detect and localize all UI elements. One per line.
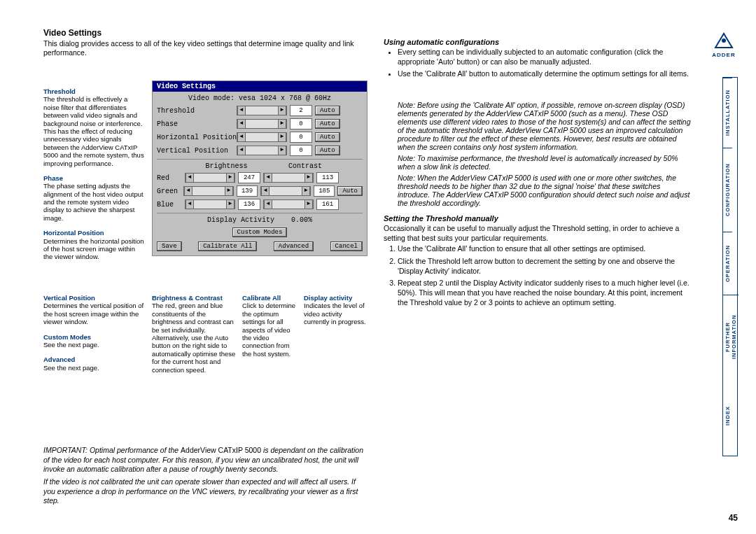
note-text: Note: To maximise performance, the thres… xyxy=(398,154,692,171)
slider[interactable]: ◄► xyxy=(237,146,287,155)
cancel-button[interactable]: Cancel xyxy=(330,241,363,251)
bullet-item: Use the 'Calibrate All' button to automa… xyxy=(398,69,692,98)
arrow-right-icon[interactable]: ► xyxy=(302,187,310,195)
arrow-right-icon[interactable]: ► xyxy=(226,174,234,182)
display-activity-label: Display Activity xyxy=(207,216,274,224)
definition-block: PhaseThe phase setting adjusts the align… xyxy=(43,174,145,222)
brightness-header: Brightness xyxy=(186,162,267,170)
nav-tab[interactable]: INDEX xyxy=(723,379,732,453)
nav-tab[interactable]: FURTHER INFORMATION xyxy=(723,295,738,379)
color-row: Green◄►139◄►185Auto xyxy=(157,185,363,197)
arrow-right-icon[interactable]: ► xyxy=(278,106,286,115)
slider[interactable]: ◄► xyxy=(185,199,235,209)
slider[interactable]: ◄► xyxy=(237,106,287,115)
arrow-left-icon[interactable]: ◄ xyxy=(237,146,246,155)
arrow-left-icon[interactable]: ◄ xyxy=(184,187,192,195)
contrast-value[interactable]: 185 xyxy=(314,185,335,197)
arrow-left-icon[interactable]: ◄ xyxy=(237,133,246,141)
definition-block: Brightness & ContrastThe red, green and … xyxy=(152,294,236,374)
dialog-title: Video Settings xyxy=(153,81,367,92)
arrow-right-icon[interactable]: ► xyxy=(226,200,234,209)
arrow-left-icon[interactable]: ◄ xyxy=(186,200,194,209)
advanced-button[interactable]: Advanced xyxy=(274,241,314,251)
nav-tab[interactable]: INSTALLATION xyxy=(723,78,732,148)
nav-tab[interactable]: OPERATION xyxy=(723,232,732,295)
display-activity-value: 0.00% xyxy=(291,216,312,224)
arrow-right-icon[interactable]: ► xyxy=(304,200,313,209)
color-row: Blue◄►136◄►161 xyxy=(157,199,363,210)
intro-text: This dialog provides access to all of th… xyxy=(43,39,365,57)
value-field[interactable]: 0 xyxy=(290,145,312,156)
definition-block: Vertical PositionDetermines the vertical… xyxy=(43,294,145,326)
slider[interactable]: ◄► xyxy=(263,173,314,183)
definition-block: AdvancedSee the next page. xyxy=(43,356,145,372)
custom-modes-button[interactable]: Custom Modes xyxy=(232,227,288,237)
arrow-left-icon[interactable]: ◄ xyxy=(237,106,246,115)
heading-auto-config: Using automatic configurations xyxy=(384,38,692,46)
auto-button[interactable]: Auto xyxy=(315,119,340,129)
slider[interactable]: ◄► xyxy=(237,132,287,142)
setting-row: Vertical Position◄►0Auto xyxy=(157,145,363,156)
definition-block: Horizontal PositionDetermines the horizo… xyxy=(43,229,145,261)
definition-block: Custom ModesSee the next page. xyxy=(43,333,145,349)
definition-block: ThresholdThe threshold is effectively a … xyxy=(43,87,145,167)
color-row: Red◄►247◄►113 xyxy=(157,172,363,183)
save-button[interactable]: Save xyxy=(157,241,182,251)
contrast-header: Contrast xyxy=(267,162,344,170)
nav-sidebar: INSTALLATIONCONFIGURATIONOPERATIONFURTHE… xyxy=(722,77,738,456)
svg-point-0 xyxy=(722,38,726,43)
step-item: Click the Threshold left arrow button to… xyxy=(398,257,692,276)
slider[interactable]: ◄► xyxy=(260,186,311,196)
heading-manual-threshold: Setting the Threshold manually xyxy=(384,214,692,223)
video-settings-dialog: Video Settings Video mode: vesa 1024 x 7… xyxy=(152,80,368,256)
page-number: 45 xyxy=(729,513,738,523)
setting-row: Phase◄►0Auto xyxy=(157,118,363,129)
page-title: Video Settings xyxy=(43,28,365,38)
arrow-left-icon[interactable]: ◄ xyxy=(237,120,246,128)
auto-button[interactable]: Auto xyxy=(315,106,340,115)
arrow-left-icon[interactable]: ◄ xyxy=(261,187,270,195)
brightness-value[interactable]: 136 xyxy=(238,199,260,210)
contrast-value[interactable]: 161 xyxy=(316,199,339,210)
nav-tab[interactable]: CONFIGURATION xyxy=(723,148,732,232)
setting-row: Horizontal Position◄►0Auto xyxy=(157,132,363,143)
slider[interactable]: ◄► xyxy=(183,186,234,196)
important-note: IMPORTANT: Optimal performance of the Ad… xyxy=(43,446,365,506)
definition-block: Display activityIndicates the level of v… xyxy=(304,294,367,326)
slider[interactable]: ◄► xyxy=(263,199,314,209)
adder-logo: ADDER xyxy=(710,31,738,58)
slider[interactable]: ◄► xyxy=(185,173,235,183)
note-text: Note: Before using the 'Calibrate All' o… xyxy=(398,101,692,151)
brightness-value[interactable]: 247 xyxy=(238,172,260,183)
definition-block: Calibrate AllClick to determine the opti… xyxy=(242,294,298,358)
arrow-right-icon[interactable]: ► xyxy=(278,133,286,141)
video-mode-label: Video mode: vesa 1024 x 768 @ 60Hz xyxy=(157,94,363,102)
arrow-left-icon[interactable]: ◄ xyxy=(264,200,272,209)
note-text: Note: When the AdderView CATxIP 5000 is … xyxy=(398,174,692,207)
step-item: Repeat step 2 until the Display Activity… xyxy=(398,279,692,307)
manual-intro: Occasionally it can be useful to manuall… xyxy=(384,224,692,243)
step-item: Use the 'Calibrate All' function to ensu… xyxy=(398,244,692,254)
arrow-right-icon[interactable]: ► xyxy=(278,146,286,155)
arrow-right-icon[interactable]: ► xyxy=(304,174,313,182)
value-field[interactable]: 0 xyxy=(290,132,312,143)
arrow-left-icon[interactable]: ◄ xyxy=(264,174,272,182)
arrow-right-icon[interactable]: ► xyxy=(278,120,286,128)
auto-button[interactable]: Auto xyxy=(315,132,340,142)
calibrate-all-button[interactable]: Calibrate All xyxy=(198,241,257,251)
contrast-value[interactable]: 113 xyxy=(316,172,339,183)
value-field[interactable]: 2 xyxy=(290,105,312,116)
value-field[interactable]: 0 xyxy=(290,118,312,129)
arrow-right-icon[interactable]: ► xyxy=(225,187,233,195)
setting-row: Threshold◄►2Auto xyxy=(157,105,363,116)
bullet-item: Every setting can be individually subjec… xyxy=(398,48,692,66)
arrow-left-icon[interactable]: ◄ xyxy=(186,174,194,182)
auto-button[interactable]: Auto xyxy=(337,186,363,196)
auto-button[interactable]: Auto xyxy=(315,146,340,155)
slider[interactable]: ◄► xyxy=(237,119,287,129)
brightness-value[interactable]: 139 xyxy=(237,185,258,197)
